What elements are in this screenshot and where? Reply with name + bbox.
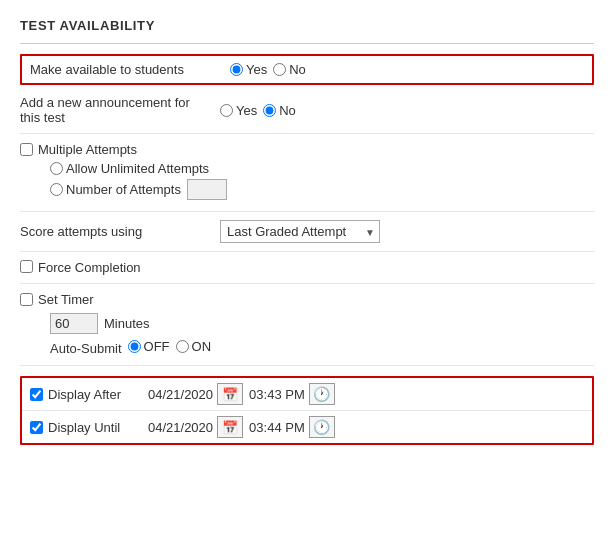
display-after-calendar-button[interactable]: 📅 xyxy=(217,383,243,405)
announcement-label: Add a new announcement for this test xyxy=(20,95,220,125)
display-after-checkbox[interactable] xyxy=(30,388,43,401)
display-until-date: 04/21/2020 xyxy=(148,420,213,435)
multiple-attempts-label: Multiple Attempts xyxy=(38,142,137,157)
set-timer-checkbox[interactable] xyxy=(20,293,33,306)
number-attempts-group: Number of Attempts xyxy=(50,179,594,200)
section-title: TEST AVAILABILITY xyxy=(20,18,594,33)
number-attempts-radio[interactable] xyxy=(50,183,63,196)
force-completion-label: Force Completion xyxy=(38,260,141,275)
score-attempts-select-wrapper: Last Graded Attempt First Graded Attempt… xyxy=(220,220,380,243)
display-after-date: 04/21/2020 xyxy=(148,387,213,402)
test-availability-container: TEST AVAILABILITY Make available to stud… xyxy=(0,0,614,463)
display-until-calendar-button[interactable]: 📅 xyxy=(217,416,243,438)
announcement-yes-radio[interactable] xyxy=(220,104,233,117)
calendar-after-icon: 📅 xyxy=(222,387,238,402)
score-attempts-row: Score attempts using Last Graded Attempt… xyxy=(20,212,594,252)
timer-controls: 60 Minutes Auto-Submit OFF ON xyxy=(50,313,594,357)
make-available-no-label[interactable]: No xyxy=(273,62,306,77)
autosubmit-on-label[interactable]: ON xyxy=(176,339,212,354)
make-available-no-radio[interactable] xyxy=(273,63,286,76)
unlimited-attempts-radio[interactable] xyxy=(50,162,63,175)
timer-minutes-input[interactable]: 60 xyxy=(50,313,98,334)
announcement-no-label[interactable]: No xyxy=(263,103,296,118)
display-until-time: 03:44 PM xyxy=(249,420,305,435)
title-divider xyxy=(20,43,594,44)
make-available-yes-label[interactable]: Yes xyxy=(230,62,267,77)
make-available-yes-radio[interactable] xyxy=(230,63,243,76)
clock-after-icon: 🕐 xyxy=(313,386,330,402)
score-attempts-select[interactable]: Last Graded Attempt First Graded Attempt… xyxy=(220,220,380,243)
announcement-no-radio[interactable] xyxy=(263,104,276,117)
clock-until-icon: 🕐 xyxy=(313,419,330,435)
display-dates-section: Display After 04/21/2020 📅 03:43 PM 🕐 Di… xyxy=(20,376,594,445)
number-attempts-label[interactable]: Number of Attempts xyxy=(50,182,181,197)
autosubmit-label: Auto-Submit xyxy=(50,341,122,356)
display-after-clock-button[interactable]: 🕐 xyxy=(309,383,335,405)
make-available-label: Make available to students xyxy=(30,62,230,77)
autosubmit-row: Auto-Submit OFF ON xyxy=(50,339,594,357)
make-available-radio-group: Yes No xyxy=(230,62,306,77)
force-completion-row: Force Completion xyxy=(20,252,594,284)
multiple-attempts-row: Multiple Attempts Allow Unlimited Attemp… xyxy=(20,134,594,212)
display-until-row: Display Until 04/21/2020 📅 03:44 PM 🕐 xyxy=(22,411,592,443)
score-attempts-label: Score attempts using xyxy=(20,224,220,239)
multiple-attempts-checkbox[interactable] xyxy=(20,143,33,156)
minutes-label: Minutes xyxy=(104,316,150,331)
display-until-clock-button[interactable]: 🕐 xyxy=(309,416,335,438)
calendar-until-icon: 📅 xyxy=(222,420,238,435)
announcement-yes-label[interactable]: Yes xyxy=(220,103,257,118)
autosubmit-on-radio[interactable] xyxy=(176,340,189,353)
display-until-checkbox[interactable] xyxy=(30,421,43,434)
display-after-row: Display After 04/21/2020 📅 03:43 PM 🕐 xyxy=(22,378,592,411)
autosubmit-radio-group: OFF ON xyxy=(128,339,212,354)
announcement-radio-group: Yes No xyxy=(220,103,296,118)
unlimited-attempts-label[interactable]: Allow Unlimited Attempts xyxy=(50,161,209,176)
number-attempts-input[interactable] xyxy=(187,179,227,200)
set-timer-row: Set Timer 60 Minutes Auto-Submit OFF xyxy=(20,284,594,366)
display-after-label: Display After xyxy=(48,387,148,402)
make-available-row: Make available to students Yes No xyxy=(20,54,594,85)
autosubmit-off-label[interactable]: OFF xyxy=(128,339,170,354)
multiple-attempts-options: Allow Unlimited Attempts Number of Attem… xyxy=(50,161,594,203)
set-timer-label: Set Timer xyxy=(38,292,94,307)
display-after-time: 03:43 PM xyxy=(249,387,305,402)
autosubmit-off-radio[interactable] xyxy=(128,340,141,353)
announcement-row: Add a new announcement for this test Yes… xyxy=(20,87,594,134)
unlimited-attempts-group: Allow Unlimited Attempts xyxy=(50,161,594,176)
force-completion-checkbox[interactable] xyxy=(20,260,33,273)
display-until-label: Display Until xyxy=(48,420,148,435)
